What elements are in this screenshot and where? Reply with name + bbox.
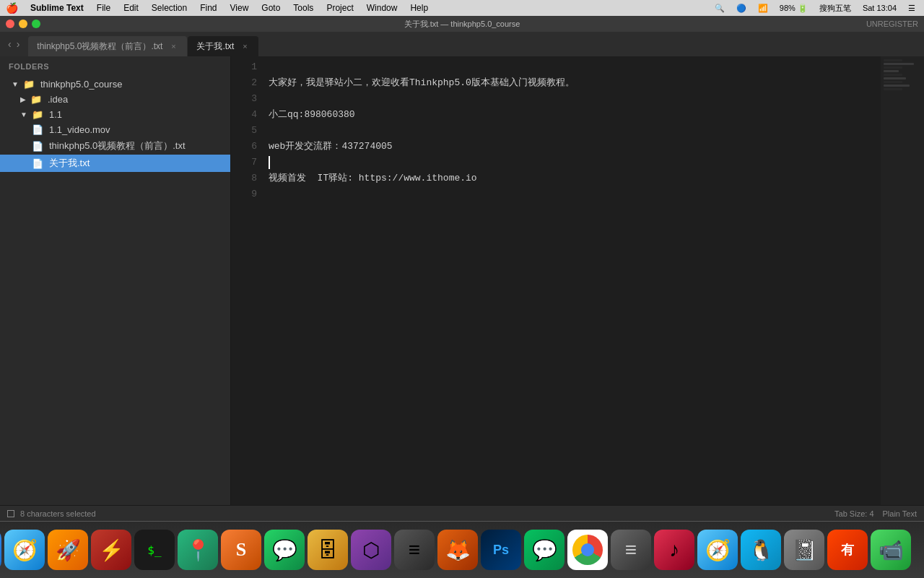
tree-item-11[interactable]: ▼ 📁 1.1 [0, 107, 230, 122]
dock-speedometer[interactable]: ⚡ [91, 530, 131, 570]
line-num-1: 1 [231, 59, 257, 75]
tab-size-label[interactable]: Tab Size: 4 [834, 509, 873, 518]
tab-thinkphp[interactable]: thinkphp5.0视频教程（前言）.txt × [28, 36, 187, 56]
dock-youdao[interactable]: 有 [827, 530, 868, 570]
sublime-icon: S [236, 539, 246, 561]
menu-help[interactable]: Help [405, 0, 433, 16]
sidebar-header: FOLDERS [0, 56, 230, 77]
tab-thinkphp-label: thinkphp5.0视频教程（前言）.txt [37, 40, 162, 53]
tab-aboutme[interactable]: 关于我.txt × [188, 36, 258, 56]
menu-project[interactable]: Project [321, 0, 358, 16]
dock-maps[interactable]: 📍 [178, 530, 218, 570]
dock-launchpad[interactable]: 🚀 [48, 530, 88, 570]
menu-selection[interactable]: Selection [147, 0, 192, 16]
chrome-center [581, 543, 594, 556]
prev-tab-button[interactable]: ‹ [6, 39, 14, 49]
code-line-7 [269, 155, 881, 171]
dock-hyperdock2[interactable]: ≡ [394, 530, 435, 570]
tree-label-preface: thinkphp5.0视频教程（前言）.txt [49, 139, 186, 152]
file-type-label[interactable]: Plain Text [883, 509, 918, 518]
maximize-button[interactable] [32, 20, 40, 28]
tree-label-11: 1.1 [49, 109, 62, 120]
minimap-line [884, 77, 906, 79]
siri-icon[interactable]: 🔵 [733, 4, 749, 13]
menu-edit[interactable]: Edit [118, 0, 144, 16]
minimize-button[interactable] [19, 20, 27, 28]
maps-icon: 📍 [186, 538, 211, 562]
tab-navigation: ‹ › [3, 32, 25, 56]
tab-aboutme-close[interactable]: × [240, 41, 250, 51]
dock-sequel-pro[interactable]: 🗄 [308, 530, 348, 570]
selection-status: 8 characters selected [20, 509, 96, 518]
line-num-7: 7 [231, 155, 257, 171]
line-num-2: 2 [231, 75, 257, 91]
menu-file[interactable]: File [92, 0, 116, 16]
dock-sublime-text[interactable]: S [221, 530, 261, 570]
dock-qq[interactable]: 🐧 [741, 530, 781, 570]
menubar-right: 🔍 🔵 📶 98% 🔋 搜狗五笔 Sat 13:04 ☰ [712, 3, 918, 14]
qq-icon: 🐧 [749, 538, 774, 562]
app-name[interactable]: Sublime Text [25, 0, 89, 16]
tree-item-video[interactable]: 📄 1.1_video.mov [0, 122, 230, 137]
file-icon-preface: 📄 [32, 141, 43, 152]
tree-item-idea[interactable]: ▶ 📁 .idea [0, 92, 230, 107]
hyperdock2-icon: ≡ [409, 538, 420, 561]
appstore-icon: 🧭 [12, 538, 38, 562]
line-num-6: 6 [231, 139, 257, 155]
sequel-pro-icon: 🗄 [318, 538, 338, 562]
next-tab-button[interactable]: › [14, 39, 22, 49]
notification-icon[interactable]: ☰ [905, 4, 918, 13]
tree-item-preface[interactable]: 📄 thinkphp5.0视频教程（前言）.txt [0, 137, 230, 155]
file-tree: ▼ 📁 thinkphp5.0_course ▶ 📁 .idea ▼ 📁 1. [0, 77, 230, 505]
dock-chrome[interactable] [567, 530, 608, 570]
safari-icon: 🧭 [705, 538, 731, 562]
folder-arrow-collapsed-icon: ▶ [20, 95, 26, 103]
tree-item-aboutme[interactable]: 📄 关于我.txt [0, 155, 230, 172]
statusbar-left: 8 characters selected [7, 509, 96, 518]
input-method[interactable]: 搜狗五笔 [816, 3, 854, 14]
dock-itunes[interactable]: ♪ [654, 530, 694, 570]
dock-photoshop[interactable]: Ps [481, 530, 521, 570]
menu-find[interactable]: Find [195, 0, 222, 16]
firefox-icon: 🦊 [445, 538, 471, 562]
dock-firefox[interactable]: 🦊 [437, 530, 478, 570]
battery-indicator: 98% 🔋 [777, 4, 811, 13]
minimap-line [884, 66, 902, 69]
line-num-3: 3 [231, 91, 257, 107]
tab-aboutme-label: 关于我.txt [196, 40, 234, 53]
photoshop-icon: Ps [493, 543, 509, 558]
code-line-6: web开发交流群：437274005 [269, 139, 881, 155]
dock: 🗂 🧭 🚀 ⚡ $_ 📍 S 💬 🗄 ⬡ ≡ 🦊 Ps 💬 [0, 521, 924, 578]
menu-view[interactable]: View [225, 0, 254, 16]
dock-hyperdock3[interactable]: ≡ [611, 530, 651, 570]
tree-item-root[interactable]: ▼ 📁 thinkphp5.0_course [0, 77, 230, 92]
dock-whatsapp[interactable]: 💬 [264, 530, 305, 570]
folder-11-arrow-icon: ▼ [20, 111, 27, 118]
code-area[interactable]: 大家好，我是驿站小二，欢迎收看Thinkphp5.0版本基础入门视频教程。 小二… [263, 56, 881, 505]
magnifier-icon[interactable]: 🔍 [712, 4, 728, 13]
notes-icon: 📓 [792, 538, 817, 562]
dock-wechat[interactable]: 💬 [524, 530, 565, 570]
wifi-icon: 📶 [755, 4, 771, 13]
dock-terminal[interactable]: $_ [134, 530, 175, 570]
dock-appstore[interactable]: 🧭 [4, 530, 45, 570]
menu-tools[interactable]: Tools [288, 0, 318, 16]
line-num-5: 5 [231, 123, 257, 139]
menu-goto[interactable]: Goto [256, 0, 285, 16]
dock-safari[interactable]: 🧭 [697, 530, 738, 570]
tabstrip: ‹ › thinkphp5.0视频教程（前言）.txt × 关于我.txt × [0, 32, 924, 56]
menu-window[interactable]: Window [362, 0, 403, 16]
folder-icon-idea: 📁 [30, 94, 42, 105]
dock-notes[interactable]: 📓 [784, 530, 824, 570]
hyperdock3-icon: ≡ [625, 538, 637, 561]
tab-thinkphp-close[interactable]: × [168, 41, 178, 51]
editor[interactable]: 1 2 3 4 5 6 7 8 9 大家好，我是驿站小二，欢迎收看Thinkph… [231, 56, 924, 505]
titlebar: 关于我.txt — thinkphp5.0_course UNREGISTER [0, 16, 924, 32]
minimap-line [884, 63, 914, 65]
close-button[interactable] [6, 20, 14, 28]
dock-facetime[interactable]: 📹 [871, 530, 911, 570]
dock-hyperdock1[interactable]: ⬡ [351, 530, 391, 570]
unregister-badge: UNREGISTER [866, 20, 918, 28]
dock-finder[interactable]: 🗂 [0, 530, 1, 570]
apple-menu[interactable]: 🍎 [6, 2, 18, 14]
